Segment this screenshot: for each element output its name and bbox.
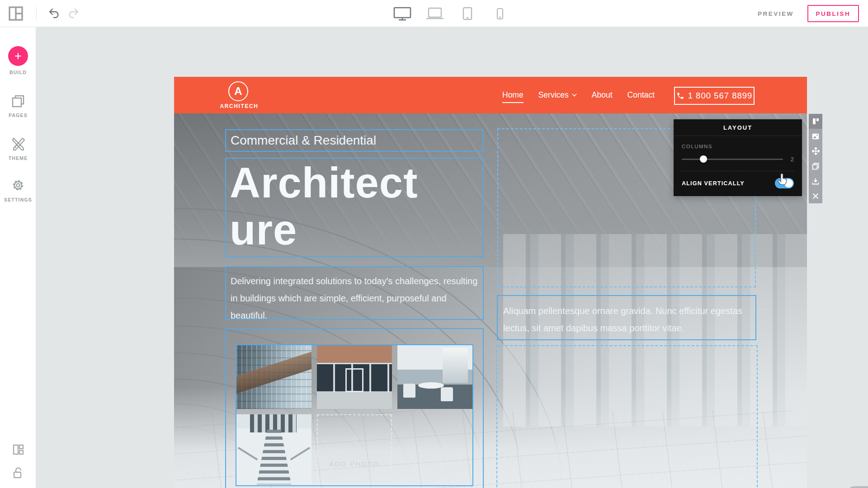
sidebar-item-pages[interactable]: PAGES <box>0 94 36 118</box>
gallery-section[interactable]: + ADD PHOTO <box>225 328 484 488</box>
save-download-icon[interactable] <box>809 174 822 188</box>
sidebar-item-theme[interactable]: THEME <box>0 136 36 161</box>
move-icon[interactable] <box>809 144 822 159</box>
sidebar-item-build[interactable]: + BUILD <box>0 46 36 75</box>
sidebar-item-settings[interactable]: SETTINGS <box>0 177 36 202</box>
sidebar-item-label: THEME <box>0 155 36 161</box>
columns-label: COLUMNS <box>682 144 794 149</box>
undo-icon[interactable] <box>48 7 61 20</box>
sidebar-item-label: PAGES <box>0 113 36 118</box>
slider-knob[interactable] <box>700 155 707 163</box>
gallery-grid: + ADD PHOTO <box>236 345 472 485</box>
sidebar-item-label: BUILD <box>0 70 36 75</box>
columns-layout-icon[interactable] <box>809 114 822 129</box>
align-vertically-label: ALIGN VERTICALLY <box>682 180 745 187</box>
laptop-icon[interactable] <box>425 5 445 23</box>
gallery-photo-storefront[interactable] <box>317 345 392 409</box>
gallery-photo-glass-building[interactable] <box>236 345 311 409</box>
add-photo-button[interactable]: + ADD PHOTO <box>317 414 392 484</box>
gallery-photo-staircase[interactable] <box>236 414 311 484</box>
device-preview-switcher <box>392 0 510 27</box>
layout-settings-panel: LAYOUT COLUMNS 2 ALIGN VERTICALLY <box>674 119 802 196</box>
help-button[interactable]: ? HELP <box>845 486 868 488</box>
phone-icon[interactable] <box>490 5 510 23</box>
theme-pencil-icon <box>0 136 36 152</box>
duplicate-icon[interactable] <box>809 159 822 174</box>
preview-button[interactable]: PREVIEW <box>758 0 794 27</box>
slider-track[interactable] <box>682 159 783 160</box>
app-window: PREVIEW PUBLISH + BUILD PAGES <box>0 0 868 488</box>
toolbar-divider <box>36 7 37 20</box>
desktop-icon[interactable] <box>392 5 412 23</box>
image-icon[interactable] <box>809 129 822 144</box>
right-column-spacer-bottom[interactable] <box>496 345 758 488</box>
element-edit-toolbar <box>809 114 822 203</box>
plus-icon: + <box>350 431 359 446</box>
panel-title: LAYOUT <box>674 119 802 136</box>
publish-button[interactable]: PUBLISH <box>807 5 859 22</box>
hero-title-line: Architect <box>230 160 483 206</box>
gear-icon <box>0 177 36 193</box>
tablet-icon[interactable] <box>458 5 477 23</box>
unlock-icon[interactable] <box>0 466 36 480</box>
gallery-element[interactable]: + ADD PHOTO <box>236 344 473 486</box>
columns-slider: 2 <box>682 156 794 163</box>
right-column-textbox[interactable]: Aliquam pellentesque ornare gravida. Nun… <box>497 295 756 340</box>
align-vertically-toggle[interactable] <box>775 178 794 188</box>
close-icon[interactable] <box>809 188 822 203</box>
editor-logo-icon[interactable] <box>8 6 24 21</box>
sidebar-item-label: SETTINGS <box>0 197 36 202</box>
editor-sidebar: + BUILD PAGES THEME <box>0 27 36 488</box>
hero-title-line: ure <box>230 206 483 253</box>
gallery-empty-cell <box>397 414 472 484</box>
hero-kicker-textbox[interactable]: Commercial & Residential <box>225 129 484 152</box>
editor-canvas: A ARCHITECH Home Services About Contact <box>36 27 868 488</box>
redo-icon[interactable] <box>67 7 80 20</box>
pages-icon <box>0 94 36 109</box>
columns-value: 2 <box>791 156 794 163</box>
add-photo-label: ADD PHOTO <box>329 460 379 468</box>
hero-title-textbox[interactable]: Architect ure <box>225 158 484 257</box>
toggle-knob <box>784 179 793 188</box>
layout-blocks-icon[interactable] <box>0 444 36 455</box>
top-toolbar: PREVIEW PUBLISH <box>0 0 868 27</box>
gallery-photo-courtyard[interactable] <box>397 345 472 409</box>
plus-icon: + <box>8 46 28 66</box>
hero-body-textbox[interactable]: Delivering integrated solutions to today… <box>225 266 484 320</box>
